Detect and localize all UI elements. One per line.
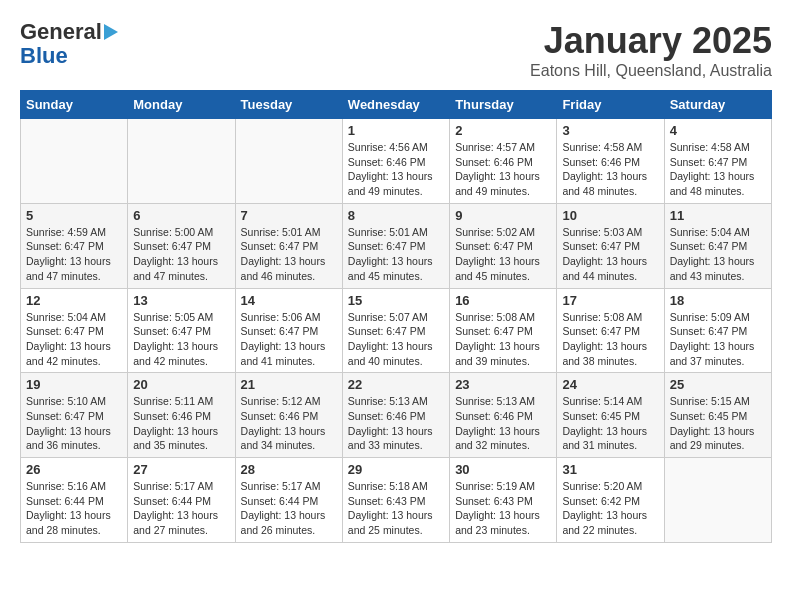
day-number: 15 <box>348 293 444 308</box>
day-number: 4 <box>670 123 766 138</box>
day-info: Sunrise: 5:00 AMSunset: 6:47 PMDaylight:… <box>133 225 229 284</box>
calendar-subtitle: Eatons Hill, Queensland, Australia <box>530 62 772 80</box>
calendar-cell: 1Sunrise: 4:56 AMSunset: 6:46 PMDaylight… <box>342 119 449 204</box>
calendar-week-4: 19Sunrise: 5:10 AMSunset: 6:47 PMDayligh… <box>21 373 772 458</box>
day-info: Sunrise: 5:03 AMSunset: 6:47 PMDaylight:… <box>562 225 658 284</box>
day-number: 13 <box>133 293 229 308</box>
day-info: Sunrise: 5:15 AMSunset: 6:45 PMDaylight:… <box>670 394 766 453</box>
calendar-cell: 13Sunrise: 5:05 AMSunset: 6:47 PMDayligh… <box>128 288 235 373</box>
day-number: 17 <box>562 293 658 308</box>
calendar-cell: 3Sunrise: 4:58 AMSunset: 6:46 PMDaylight… <box>557 119 664 204</box>
day-number: 29 <box>348 462 444 477</box>
day-info: Sunrise: 5:02 AMSunset: 6:47 PMDaylight:… <box>455 225 551 284</box>
logo-text-general: General <box>20 20 102 44</box>
day-number: 31 <box>562 462 658 477</box>
calendar-cell: 16Sunrise: 5:08 AMSunset: 6:47 PMDayligh… <box>450 288 557 373</box>
header-friday: Friday <box>557 91 664 119</box>
calendar-cell: 18Sunrise: 5:09 AMSunset: 6:47 PMDayligh… <box>664 288 771 373</box>
day-info: Sunrise: 5:13 AMSunset: 6:46 PMDaylight:… <box>348 394 444 453</box>
day-info: Sunrise: 5:12 AMSunset: 6:46 PMDaylight:… <box>241 394 337 453</box>
day-number: 26 <box>26 462 122 477</box>
day-info: Sunrise: 4:58 AMSunset: 6:47 PMDaylight:… <box>670 140 766 199</box>
calendar-cell: 14Sunrise: 5:06 AMSunset: 6:47 PMDayligh… <box>235 288 342 373</box>
calendar-title: January 2025 <box>530 20 772 62</box>
calendar-cell: 27Sunrise: 5:17 AMSunset: 6:44 PMDayligh… <box>128 458 235 543</box>
header-wednesday: Wednesday <box>342 91 449 119</box>
day-info: Sunrise: 5:08 AMSunset: 6:47 PMDaylight:… <box>562 310 658 369</box>
calendar-cell: 30Sunrise: 5:19 AMSunset: 6:43 PMDayligh… <box>450 458 557 543</box>
header-thursday: Thursday <box>450 91 557 119</box>
calendar-cell <box>128 119 235 204</box>
calendar-cell: 2Sunrise: 4:57 AMSunset: 6:46 PMDaylight… <box>450 119 557 204</box>
calendar-cell: 19Sunrise: 5:10 AMSunset: 6:47 PMDayligh… <box>21 373 128 458</box>
calendar-cell: 26Sunrise: 5:16 AMSunset: 6:44 PMDayligh… <box>21 458 128 543</box>
calendar-cell <box>235 119 342 204</box>
logo: General Blue <box>20 20 118 68</box>
day-info: Sunrise: 5:11 AMSunset: 6:46 PMDaylight:… <box>133 394 229 453</box>
calendar-cell: 20Sunrise: 5:11 AMSunset: 6:46 PMDayligh… <box>128 373 235 458</box>
calendar-header-row: SundayMondayTuesdayWednesdayThursdayFrid… <box>21 91 772 119</box>
header-tuesday: Tuesday <box>235 91 342 119</box>
calendar-table: SundayMondayTuesdayWednesdayThursdayFrid… <box>20 90 772 543</box>
day-info: Sunrise: 4:58 AMSunset: 6:46 PMDaylight:… <box>562 140 658 199</box>
day-info: Sunrise: 5:07 AMSunset: 6:47 PMDaylight:… <box>348 310 444 369</box>
calendar-cell: 4Sunrise: 4:58 AMSunset: 6:47 PMDaylight… <box>664 119 771 204</box>
calendar-cell <box>664 458 771 543</box>
calendar-week-2: 5Sunrise: 4:59 AMSunset: 6:47 PMDaylight… <box>21 203 772 288</box>
day-info: Sunrise: 5:17 AMSunset: 6:44 PMDaylight:… <box>133 479 229 538</box>
day-number: 16 <box>455 293 551 308</box>
day-info: Sunrise: 4:56 AMSunset: 6:46 PMDaylight:… <box>348 140 444 199</box>
day-number: 28 <box>241 462 337 477</box>
day-info: Sunrise: 5:01 AMSunset: 6:47 PMDaylight:… <box>348 225 444 284</box>
logo-text-blue: Blue <box>20 44 68 68</box>
logo-arrow-icon <box>104 24 118 40</box>
calendar-cell: 17Sunrise: 5:08 AMSunset: 6:47 PMDayligh… <box>557 288 664 373</box>
day-info: Sunrise: 5:05 AMSunset: 6:47 PMDaylight:… <box>133 310 229 369</box>
day-number: 11 <box>670 208 766 223</box>
calendar-cell: 23Sunrise: 5:13 AMSunset: 6:46 PMDayligh… <box>450 373 557 458</box>
day-info: Sunrise: 5:09 AMSunset: 6:47 PMDaylight:… <box>670 310 766 369</box>
header-saturday: Saturday <box>664 91 771 119</box>
day-number: 2 <box>455 123 551 138</box>
calendar-week-3: 12Sunrise: 5:04 AMSunset: 6:47 PMDayligh… <box>21 288 772 373</box>
day-number: 25 <box>670 377 766 392</box>
day-number: 24 <box>562 377 658 392</box>
day-number: 19 <box>26 377 122 392</box>
calendar-cell: 15Sunrise: 5:07 AMSunset: 6:47 PMDayligh… <box>342 288 449 373</box>
calendar-cell: 25Sunrise: 5:15 AMSunset: 6:45 PMDayligh… <box>664 373 771 458</box>
header-monday: Monday <box>128 91 235 119</box>
day-number: 7 <box>241 208 337 223</box>
page-header: General Blue January 2025 Eatons Hill, Q… <box>20 20 772 80</box>
calendar-cell: 9Sunrise: 5:02 AMSunset: 6:47 PMDaylight… <box>450 203 557 288</box>
calendar-cell: 5Sunrise: 4:59 AMSunset: 6:47 PMDaylight… <box>21 203 128 288</box>
day-number: 18 <box>670 293 766 308</box>
day-number: 21 <box>241 377 337 392</box>
day-info: Sunrise: 5:08 AMSunset: 6:47 PMDaylight:… <box>455 310 551 369</box>
calendar-cell: 12Sunrise: 5:04 AMSunset: 6:47 PMDayligh… <box>21 288 128 373</box>
day-info: Sunrise: 5:04 AMSunset: 6:47 PMDaylight:… <box>26 310 122 369</box>
day-info: Sunrise: 5:04 AMSunset: 6:47 PMDaylight:… <box>670 225 766 284</box>
day-number: 9 <box>455 208 551 223</box>
day-info: Sunrise: 5:14 AMSunset: 6:45 PMDaylight:… <box>562 394 658 453</box>
day-number: 5 <box>26 208 122 223</box>
calendar-cell: 6Sunrise: 5:00 AMSunset: 6:47 PMDaylight… <box>128 203 235 288</box>
calendar-cell: 24Sunrise: 5:14 AMSunset: 6:45 PMDayligh… <box>557 373 664 458</box>
day-info: Sunrise: 4:57 AMSunset: 6:46 PMDaylight:… <box>455 140 551 199</box>
day-info: Sunrise: 5:17 AMSunset: 6:44 PMDaylight:… <box>241 479 337 538</box>
header-sunday: Sunday <box>21 91 128 119</box>
day-number: 27 <box>133 462 229 477</box>
day-number: 8 <box>348 208 444 223</box>
calendar-cell: 10Sunrise: 5:03 AMSunset: 6:47 PMDayligh… <box>557 203 664 288</box>
day-info: Sunrise: 5:18 AMSunset: 6:43 PMDaylight:… <box>348 479 444 538</box>
calendar-cell: 7Sunrise: 5:01 AMSunset: 6:47 PMDaylight… <box>235 203 342 288</box>
calendar-cell: 31Sunrise: 5:20 AMSunset: 6:42 PMDayligh… <box>557 458 664 543</box>
day-number: 6 <box>133 208 229 223</box>
day-number: 14 <box>241 293 337 308</box>
day-info: Sunrise: 5:06 AMSunset: 6:47 PMDaylight:… <box>241 310 337 369</box>
calendar-week-1: 1Sunrise: 4:56 AMSunset: 6:46 PMDaylight… <box>21 119 772 204</box>
day-info: Sunrise: 4:59 AMSunset: 6:47 PMDaylight:… <box>26 225 122 284</box>
title-area: January 2025 Eatons Hill, Queensland, Au… <box>530 20 772 80</box>
day-number: 22 <box>348 377 444 392</box>
day-info: Sunrise: 5:13 AMSunset: 6:46 PMDaylight:… <box>455 394 551 453</box>
calendar-cell: 21Sunrise: 5:12 AMSunset: 6:46 PMDayligh… <box>235 373 342 458</box>
